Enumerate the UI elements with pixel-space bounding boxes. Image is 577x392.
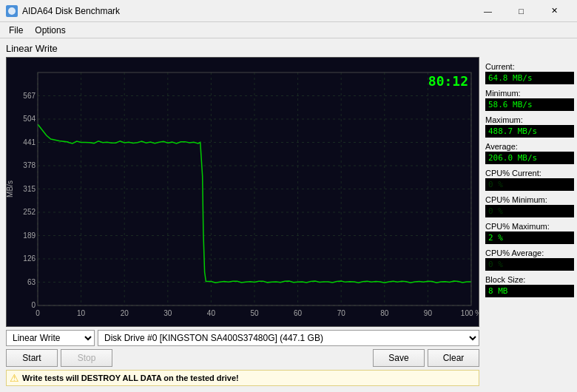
cpu-maximum-value: 2 % — [485, 232, 574, 244]
warning-icon: ⚠ — [10, 372, 19, 384]
benchmark-chart — [7, 58, 479, 326]
cpu-maximum-label: CPU% Maximum: — [485, 222, 574, 231]
minimize-button[interactable]: — — [471, 0, 505, 22]
cpu-current-label: CPU% Current: — [485, 169, 574, 178]
controls-row2: Start Stop Save Clear — [6, 349, 479, 367]
titlebar: AIDA64 Disk Benchmark — □ ✕ — [0, 0, 577, 22]
window-title: AIDA64 Disk Benchmark — [22, 6, 471, 16]
minimum-label: Minimum: — [485, 89, 574, 98]
stat-current: Current: 64.8 MB/s — [485, 62, 574, 84]
cpu-average-label: CPU% Average: — [485, 249, 574, 257]
menu-options[interactable]: Options — [29, 24, 71, 37]
clear-button[interactable]: Clear — [428, 349, 479, 367]
stat-cpu-current: CPU% Current: 0 % — [485, 169, 574, 191]
chart-controls: Linear Write Linear Read Random Write Ra… — [3, 327, 482, 389]
maximum-value: 488.7 MB/s — [485, 125, 574, 138]
stop-button[interactable]: Stop — [61, 349, 112, 367]
stat-maximum: Maximum: 488.7 MB/s — [485, 115, 574, 138]
block-size-label: Block Size: — [485, 275, 574, 284]
start-button[interactable]: Start — [6, 349, 58, 367]
maximize-button[interactable]: □ — [505, 0, 538, 22]
average-label: Average: — [485, 142, 574, 151]
save-button[interactable]: Save — [373, 349, 425, 367]
controls-row1: Linear Write Linear Read Random Write Ra… — [6, 330, 479, 346]
svg-point-0 — [8, 7, 16, 15]
stat-average: Average: 206.0 MB/s — [485, 142, 574, 164]
warning-text: Write tests will DESTROY ALL DATA on the… — [22, 374, 239, 382]
main-content: Linear Write Linear Write Linear Read Ra… — [0, 38, 577, 392]
cpu-minimum-value: 0 % — [485, 205, 574, 217]
stat-cpu-minimum: CPU% Minimum: 0 % — [485, 195, 574, 217]
stat-minimum: Minimum: 58.6 MB/s — [485, 89, 574, 111]
stat-cpu-maximum: CPU% Maximum: 2 % — [485, 222, 574, 244]
cpu-minimum-label: CPU% Minimum: — [485, 195, 574, 204]
block-size-value: 8 MB — [485, 285, 574, 297]
current-label: Current: — [485, 62, 574, 71]
menubar: File Options — [0, 22, 577, 38]
cpu-current-value: 0 % — [485, 178, 574, 191]
cpu-average-value: 0 % — [485, 258, 574, 271]
current-value: 64.8 MB/s — [485, 72, 574, 84]
warning-row: ⚠ Write tests will DESTROY ALL DATA on t… — [6, 370, 479, 386]
app-icon — [6, 5, 18, 17]
close-button[interactable]: ✕ — [538, 0, 571, 22]
average-value: 206.0 MB/s — [485, 152, 574, 164]
chart-panel: Linear Write Linear Write Linear Read Ra… — [3, 41, 482, 389]
stat-cpu-average: CPU% Average: 0 % — [485, 249, 574, 271]
stat-block-size: Block Size: 8 MB — [485, 275, 574, 297]
maximum-label: Maximum: — [485, 115, 574, 124]
minimum-value: 58.6 MB/s — [485, 98, 574, 111]
test-type-dropdown[interactable]: Linear Write Linear Read Random Write Ra… — [6, 330, 95, 346]
chart-container — [6, 57, 479, 327]
window-controls: — □ ✕ — [471, 0, 571, 22]
stats-panel: Current: 64.8 MB/s Minimum: 58.6 MB/s Ma… — [485, 41, 574, 389]
chart-title: Linear Write — [3, 41, 482, 57]
menu-file[interactable]: File — [3, 24, 29, 37]
disk-select-dropdown[interactable]: Disk Drive #0 [KINGSTON SA400S37480G] (4… — [98, 330, 479, 346]
